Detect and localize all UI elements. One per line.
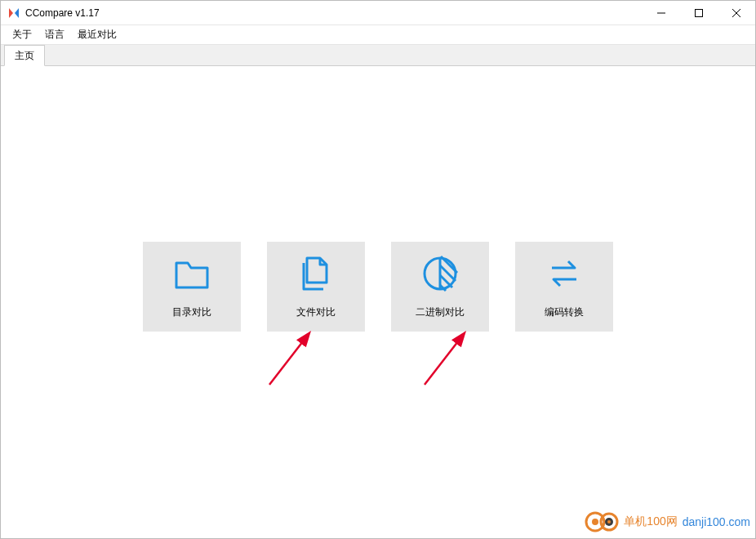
tab-home[interactable]: 主页	[4, 45, 45, 66]
close-button[interactable]	[718, 1, 755, 24]
content-area: 目录对比 文件对比	[2, 68, 754, 537]
folder-icon	[171, 253, 212, 294]
app-icon	[7, 7, 20, 20]
titlebar: CCompare v1.17	[1, 1, 755, 25]
menubar: 关于 语言 最近对比	[1, 25, 755, 45]
watermark: 单机100网 danji100.com	[585, 510, 750, 533]
tile-folder-compare[interactable]: 目录对比	[143, 242, 241, 332]
watermark-logo-icon	[585, 510, 619, 533]
tile-file-label: 文件对比	[296, 305, 336, 319]
menu-recent[interactable]: 最近对比	[71, 25, 123, 44]
watermark-text: 单机100网	[624, 514, 677, 529]
tabbar: 主页	[1, 45, 755, 66]
svg-point-18	[592, 519, 598, 525]
svg-line-14	[269, 334, 309, 385]
swap-icon	[544, 253, 585, 294]
minimize-button[interactable]	[643, 1, 680, 24]
maximize-button[interactable]	[680, 1, 718, 24]
svg-marker-1	[15, 8, 19, 18]
menu-language[interactable]: 语言	[38, 25, 71, 44]
files-icon	[296, 253, 336, 294]
tile-binary-compare[interactable]: 二进制对比	[391, 242, 489, 332]
svg-marker-0	[9, 8, 13, 18]
tile-encoding-convert[interactable]: 编码转换	[515, 242, 613, 332]
tile-encoding-label: 编码转换	[545, 305, 584, 319]
svg-rect-3	[696, 9, 703, 16]
contrast-icon	[420, 253, 460, 294]
tiles-row: 目录对比 文件对比	[143, 242, 613, 332]
tile-folder-label: 目录对比	[172, 305, 211, 319]
tile-file-compare[interactable]: 文件对比	[267, 242, 365, 332]
svg-line-16	[425, 334, 464, 385]
tile-binary-label: 二进制对比	[416, 305, 465, 319]
window-controls	[643, 1, 755, 24]
window-title: CCompare v1.17	[25, 7, 100, 19]
annotation-arrow-1	[263, 326, 320, 391]
svg-point-21	[607, 520, 611, 523]
watermark-url: danji100.com	[683, 515, 750, 528]
menu-about[interactable]: 关于	[6, 25, 38, 44]
annotation-arrow-2	[418, 326, 475, 391]
